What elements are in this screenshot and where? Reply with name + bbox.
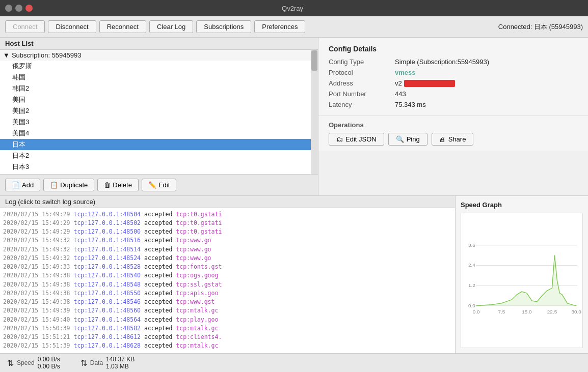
latency-value: 75.343 ms bbox=[395, 101, 578, 108]
edit-json-button[interactable]: 🗂 Edit JSON bbox=[329, 133, 384, 146]
data-up-value: 148.37 KB bbox=[106, 356, 135, 363]
reconnect-button[interactable]: Reconnect bbox=[99, 20, 146, 33]
speed-status: ⇅ Speed 0.00 B/s 0.00 B/s bbox=[7, 356, 60, 370]
toolbar: Connect Disconnect Reconnect Clear Log S… bbox=[0, 16, 588, 38]
host-list-scrollbar[interactable] bbox=[311, 50, 318, 174]
log-line: 2020/02/15 15:49:32 tcp:127.0.0.1:48516 … bbox=[3, 236, 452, 245]
list-item[interactable]: 日本3 bbox=[0, 161, 311, 173]
svg-text:2.4: 2.4 bbox=[468, 262, 475, 268]
address-value: v2 bbox=[395, 79, 578, 87]
log-line: 2020/02/15 15:49:39 tcp:127.0.0.1:48560 … bbox=[3, 306, 452, 315]
preferences-button[interactable]: Preferences bbox=[254, 20, 305, 33]
connected-status: Connected: 日本 (55945993) bbox=[498, 22, 583, 32]
speed-label: Speed bbox=[17, 359, 35, 366]
list-item[interactable]: 美国2 bbox=[0, 105, 311, 117]
operations-section: Operations 🗂 Edit JSON 🔍 Ping 🖨 Share bbox=[318, 116, 588, 151]
data-down-value: 1.03 MB bbox=[106, 363, 135, 370]
edit-icon: ✏️ bbox=[148, 181, 156, 189]
expand-icon: ▼ bbox=[3, 51, 10, 59]
list-item[interactable]: 韩国 bbox=[0, 72, 311, 83]
list-item[interactable]: 日本2 bbox=[0, 150, 311, 161]
subscription-header[interactable]: ▼ Subscription: 55945993 bbox=[0, 50, 311, 61]
speed-values: 0.00 B/s 0.00 B/s bbox=[38, 356, 60, 370]
subscription-label: Subscription: 55945993 bbox=[12, 51, 82, 59]
disconnect-button[interactable]: Disconnect bbox=[48, 20, 96, 33]
log-line: 2020/02/15 15:51:39 tcp:127.0.0.1:48628 … bbox=[3, 341, 452, 350]
svg-text:7.5: 7.5 bbox=[498, 308, 505, 314]
list-item[interactable]: 日本4 bbox=[0, 173, 311, 174]
data-status: ⇅ Data 148.37 KB 1.03 MB bbox=[81, 356, 135, 370]
list-item[interactable]: 韩国2 bbox=[0, 83, 311, 94]
config-details: Config Details Config Type Simple (Subsc… bbox=[318, 38, 588, 116]
share-icon: 🖨 bbox=[439, 135, 446, 143]
config-type-value: Simple (Subscription:55945993) bbox=[395, 58, 578, 66]
bottom-panels: Log (click to switch log source) 2020/02… bbox=[0, 195, 588, 354]
svg-text:0.0: 0.0 bbox=[473, 308, 480, 314]
list-item[interactable]: 美国4 bbox=[0, 128, 311, 139]
log-line: 2020/02/15 15:49:38 tcp:127.0.0.1:48550 … bbox=[3, 289, 452, 298]
data-values: 148.37 KB 1.03 MB bbox=[106, 356, 135, 370]
speed-arrows-icon: ⇅ bbox=[7, 358, 14, 368]
config-type-label: Config Type bbox=[329, 58, 390, 66]
svg-marker-13 bbox=[476, 255, 576, 305]
speed-graph-svg: 3.6 2.4 1.2 0.0 0.0 7.5 15.0 22.5 30.0 bbox=[461, 213, 582, 348]
address-prefix: v2 bbox=[395, 79, 402, 87]
clear-log-button[interactable]: Clear Log bbox=[149, 20, 193, 33]
log-header[interactable]: Log (click to switch log source) bbox=[0, 196, 455, 208]
port-number-value: 443 bbox=[395, 90, 578, 98]
log-line: 2020/02/15 15:49:38 tcp:127.0.0.1:48540 … bbox=[3, 271, 452, 280]
protocol-label: Protocol bbox=[329, 69, 390, 76]
actions-bar: 📄 Add 📋 Duplicate 🗑 Delete ✏️ Edit bbox=[0, 174, 318, 195]
add-icon: 📄 bbox=[12, 181, 20, 189]
log-line: 2020/02/15 15:51:21 tcp:127.0.0.1:48612 … bbox=[3, 333, 452, 341]
left-panel: Host List ▼ Subscription: 55945993 俄罗斯 韩… bbox=[0, 38, 318, 195]
host-list-header: Host List bbox=[0, 38, 318, 50]
maximize-button[interactable] bbox=[15, 5, 22, 12]
config-details-header: Config Details bbox=[329, 45, 578, 53]
duplicate-icon: 📋 bbox=[50, 181, 58, 189]
log-line: 2020/02/15 15:49:29 tcp:127.0.0.1:48504 … bbox=[3, 210, 452, 219]
ping-button[interactable]: 🔍 Ping bbox=[388, 133, 427, 146]
connect-button[interactable]: Connect bbox=[5, 20, 45, 33]
speed-graph-header: Speed Graph bbox=[461, 201, 583, 209]
speed-down-value: 0.00 B/s bbox=[38, 363, 60, 370]
right-panel: Config Details Config Type Simple (Subsc… bbox=[318, 38, 588, 195]
content-area: Host List ▼ Subscription: 55945993 俄罗斯 韩… bbox=[0, 38, 588, 195]
operations-header: Operations bbox=[329, 121, 578, 129]
main-container: Connect Disconnect Reconnect Clear Log S… bbox=[0, 16, 588, 372]
close-button[interactable] bbox=[25, 5, 33, 12]
address-redacted-bar bbox=[404, 80, 455, 87]
edit-json-icon: 🗂 bbox=[336, 135, 343, 143]
duplicate-button[interactable]: 📋 Duplicate bbox=[43, 179, 94, 191]
minimize-button[interactable] bbox=[5, 5, 12, 12]
operations-buttons: 🗂 Edit JSON 🔍 Ping 🖨 Share bbox=[329, 133, 578, 146]
speed-up-value: 0.00 B/s bbox=[38, 356, 60, 363]
log-line: 2020/02/15 15:49:33 tcp:127.0.0.1:48528 … bbox=[3, 263, 452, 271]
delete-button[interactable]: 🗑 Delete bbox=[97, 179, 139, 191]
protocol-value: vmess bbox=[395, 69, 578, 76]
svg-text:1.2: 1.2 bbox=[468, 282, 475, 288]
app-title: Qv2ray bbox=[33, 5, 552, 12]
list-item-selected[interactable]: 日本 bbox=[0, 139, 311, 150]
list-item[interactable]: 美国3 bbox=[0, 117, 311, 128]
share-button[interactable]: 🖨 Share bbox=[432, 133, 474, 146]
log-line: 2020/02/15 15:49:32 tcp:127.0.0.1:48524 … bbox=[3, 254, 452, 263]
log-line: 2020/02/15 15:49:32 tcp:127.0.0.1:48514 … bbox=[3, 245, 452, 254]
host-list: ▼ Subscription: 55945993 俄罗斯 韩国 韩国2 美国 美… bbox=[0, 50, 311, 174]
latency-label: Latency bbox=[329, 101, 390, 108]
log-line: 2020/02/15 15:49:40 tcp:127.0.0.1:48564 … bbox=[3, 316, 452, 324]
address-label: Address bbox=[329, 79, 390, 87]
svg-text:15.0: 15.0 bbox=[522, 308, 532, 314]
add-button[interactable]: 📄 Add bbox=[5, 179, 40, 191]
host-list-scrollbar-thumb[interactable] bbox=[311, 50, 317, 71]
data-label: Data bbox=[90, 359, 103, 366]
svg-text:30.0: 30.0 bbox=[571, 308, 581, 314]
title-bar: Qv2ray bbox=[0, 0, 588, 16]
edit-button[interactable]: ✏️ Edit bbox=[142, 179, 176, 191]
host-list-container: ▼ Subscription: 55945993 俄罗斯 韩国 韩国2 美国 美… bbox=[0, 50, 318, 174]
list-item[interactable]: 俄罗斯 bbox=[0, 61, 311, 72]
subscriptions-button[interactable]: Subscriptions bbox=[196, 20, 251, 33]
delete-icon: 🗑 bbox=[104, 181, 111, 189]
list-item[interactable]: 美国 bbox=[0, 94, 311, 105]
speed-graph-panel: Speed Graph 3.6 2.4 1.2 0.0 0.0 7.5 1 bbox=[456, 196, 588, 354]
